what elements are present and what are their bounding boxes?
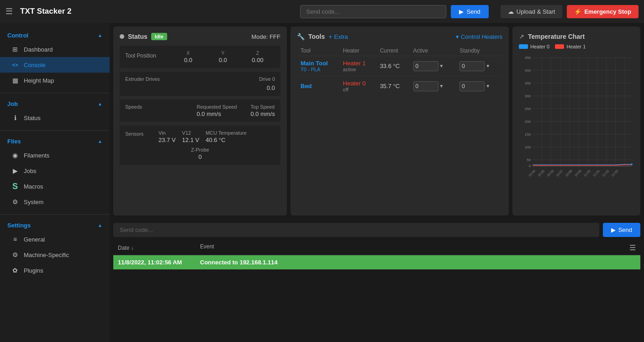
status-header: Status Idle Mode: FFF: [120, 33, 280, 40]
svg-text:150: 150: [525, 132, 531, 137]
standby-temp-cell[interactable]: ▼: [456, 56, 502, 76]
send-play-icon: ▶: [459, 8, 464, 15]
tool-name-primary[interactable]: Main Tool: [301, 60, 336, 67]
standby-temp-input[interactable]: [459, 61, 485, 71]
sidebar-item-general[interactable]: ≡ General: [0, 232, 110, 247]
mcu-temp-label: MCU Temperature: [206, 130, 247, 136]
tools-plus-area: + Extra: [328, 33, 348, 40]
tools-table: Tool Heater Current Active Standby Main …: [297, 46, 502, 96]
current-temp-value: 33.6 °C: [380, 63, 400, 69]
sidebar-item-console[interactable]: <> Console: [0, 57, 110, 73]
sidebar-divider-1: [0, 93, 110, 93]
log-header-row: Date ↓ Event ☰: [113, 241, 640, 255]
sidebar-item-dashboard[interactable]: ⊞ Dashboard: [0, 42, 110, 57]
tools-title: Tools: [308, 33, 325, 40]
heater-name[interactable]: Heater 0: [343, 80, 373, 87]
mcu-temp-value: 40.6 °C: [206, 137, 247, 143]
status-info-icon: ℹ: [11, 114, 19, 122]
top-speed-field: Top Speed 0.0 mm/s: [251, 104, 275, 117]
sidebar-job-label: Job: [7, 100, 18, 107]
sidebar-item-machine-specific[interactable]: ⚙ Machine-Specific: [0, 247, 110, 263]
v12-field: V12 12.1 V: [182, 130, 200, 143]
top-panels: Status Idle Mode: FFF Tool Position X 0.…: [110, 23, 644, 219]
active-temp-input[interactable]: [413, 81, 438, 91]
estop-icon: ⚡: [574, 8, 581, 15]
jobs-icon: ▶: [11, 167, 19, 175]
control-heaters-button[interactable]: ▾ Control Heaters: [456, 33, 502, 40]
standby-chevron-icon: ▼: [486, 84, 490, 89]
current-temp-cell: 35.7 °C: [376, 76, 410, 96]
top-send-input[interactable]: [300, 5, 446, 18]
sidebar-item-macros[interactable]: S Macros: [0, 179, 110, 194]
sidebar-group-job[interactable]: Job ▲: [0, 98, 110, 110]
sidebar-item-system[interactable]: ⚙ System: [0, 194, 110, 210]
log-date-cell: 11/8/2022, 11:02:56 AM: [113, 255, 195, 270]
svg-text:10:54: 10:54: [528, 169, 536, 177]
current-temp-cell: 33.6 °C: [376, 56, 410, 76]
log-table-row: 11/8/2022, 11:02:56 AM Connected to 192.…: [113, 255, 640, 270]
log-table: Date ↓ Event ☰ 11/8/2022, 11:02:56 AM Co…: [113, 241, 640, 269]
log-date-header[interactable]: Date ↓: [113, 241, 195, 255]
sidebar-filaments-label: Filaments: [24, 152, 49, 159]
requested-speed-field: Requested Speed 0.0 mm/s: [196, 104, 237, 117]
upload-start-button[interactable]: ☁ Upload & Start: [501, 5, 563, 18]
col-heater: Heater: [339, 46, 376, 56]
sidebar-group-control[interactable]: Control ▲: [0, 29, 110, 42]
plugins-icon: ✿: [11, 266, 19, 274]
mcu-temp-field: MCU Temperature 40.6 °C: [206, 130, 247, 143]
heater0-color-swatch: [519, 44, 528, 49]
speeds-label: Speeds: [125, 104, 142, 110]
vin-label: Vin: [158, 130, 176, 136]
console-input[interactable]: [113, 223, 599, 237]
sidebar-item-filaments[interactable]: ◉ Filaments: [0, 147, 110, 163]
log-area: Date ↓ Event ☰ 11/8/2022, 11:02:56 AM Co…: [110, 241, 644, 342]
menu-icon[interactable]: ☰: [5, 6, 13, 16]
log-menu-icon[interactable]: ☰: [629, 243, 636, 252]
standby-temp-cell[interactable]: ▼: [456, 76, 502, 96]
tools-extra-button[interactable]: Extra: [334, 33, 348, 40]
y-label: Y: [221, 50, 224, 56]
console-area: ▶ Send: [110, 219, 644, 241]
emergency-stop-button[interactable]: ⚡ Emergency Stop: [567, 5, 639, 18]
vin-field: Vin 23.7 V: [158, 130, 176, 143]
extruder-drives-section: Extruder Drives Drive 0 0.0: [120, 72, 280, 96]
heater-status: off: [343, 87, 373, 92]
chevron-up-icon: ▲: [98, 33, 102, 38]
standby-chevron-icon: ▼: [486, 63, 490, 68]
v12-label: V12: [182, 130, 200, 136]
sidebar-group-files[interactable]: Files ▲: [0, 135, 110, 147]
svg-text:10:58: 10:58: [565, 169, 573, 177]
console-send-button[interactable]: ▶ Send: [603, 223, 640, 237]
sidebar-item-jobs[interactable]: ▶ Jobs: [0, 163, 110, 179]
tool-position-label: Tool Position: [125, 53, 171, 59]
macros-icon: S: [11, 182, 19, 190]
top-send-button[interactable]: ▶ Send: [451, 5, 488, 18]
content-area: Status Idle Mode: FFF Tool Position X 0.…: [110, 23, 644, 342]
job-chevron-up-icon: ▲: [98, 101, 102, 106]
topbar: ☰ TXT Stacker 2 ▶ Send ☁ Upload & Start …: [0, 0, 644, 23]
active-chevron-icon: ▼: [439, 63, 444, 68]
col-standby: Standby: [456, 46, 502, 56]
sidebar-item-status[interactable]: ℹ Status: [0, 110, 110, 126]
extruder-drives-label: Extruder Drives: [125, 76, 160, 82]
active-temp-cell[interactable]: ▼: [410, 76, 456, 96]
tool-name-primary[interactable]: Bed: [301, 83, 336, 89]
standby-temp-input[interactable]: [459, 81, 485, 91]
main-layout: Control ▲ ⊞ Dashboard <> Console ▦ Heigh…: [0, 23, 644, 342]
sidebar-section-settings: Settings ▲ ≡ General ⚙ Machine-Specific …: [0, 216, 110, 281]
svg-text:100: 100: [525, 145, 531, 149]
sidebar-files-label: Files: [7, 138, 21, 145]
sidebar: Control ▲ ⊞ Dashboard <> Console ▦ Heigh…: [0, 23, 110, 342]
sidebar-item-plugins[interactable]: ✿ Plugins: [0, 263, 110, 278]
active-temp-cell[interactable]: ▼: [410, 56, 456, 76]
log-event-header: Event ☰: [195, 241, 640, 255]
active-temp-input[interactable]: [413, 61, 438, 71]
zprobe-label: Z-Probe: [191, 147, 209, 153]
sidebar-group-settings[interactable]: Settings ▲: [0, 219, 110, 232]
height-map-icon: ▦: [11, 76, 19, 84]
plus-icon: +: [328, 33, 332, 40]
chart-title: Temperature Chart: [528, 33, 585, 40]
sidebar-item-height-map[interactable]: ▦ Height Map: [0, 73, 110, 88]
heater-name[interactable]: Heater 1: [343, 60, 373, 67]
legend-heater0: Heater 0: [519, 44, 549, 49]
